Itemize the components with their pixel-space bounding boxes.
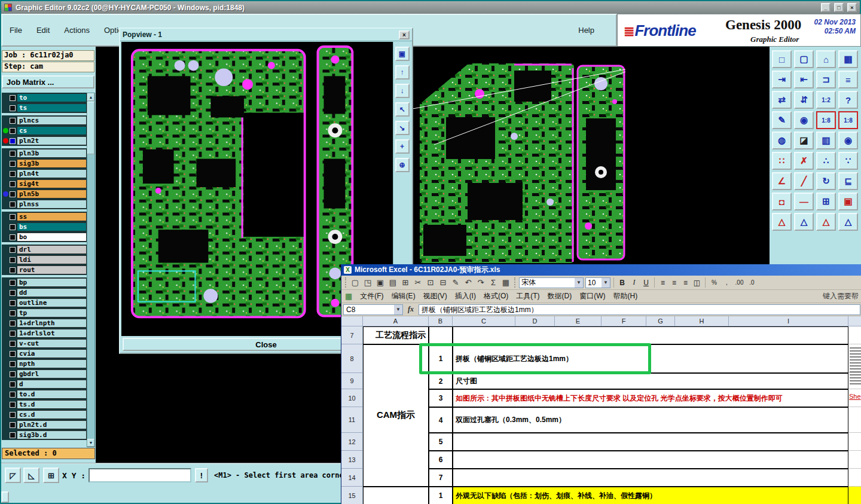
cell-a7[interactable]: 工艺流程指示	[363, 326, 429, 344]
column-header-partial[interactable]	[848, 316, 861, 326]
layer-name[interactable]: cvia	[17, 349, 87, 358]
tool-button-icon[interactable]: ?	[838, 91, 858, 109]
excel-grid[interactable]: A B C D E F G H I 7 工艺流程指示 8 1	[341, 316, 861, 504]
tool-button-icon[interactable]: ◪	[794, 132, 814, 149]
tool-button-icon[interactable]: 1:8	[816, 111, 836, 129]
column-header[interactable]: C	[453, 316, 515, 326]
row-header[interactable]: 11	[341, 407, 363, 433]
cell-c15[interactable]: 外观无以下缺陷（包括：划伤、划痕、补线、补油、假性露铜）	[453, 487, 848, 504]
popview-tool-icon[interactable]: ↑	[395, 65, 410, 80]
step-field[interactable]: Step: cam	[2, 62, 94, 72]
cell-b13[interactable]: 6	[429, 451, 453, 469]
tool-button-icon[interactable]: ⊞	[816, 193, 836, 210]
excel-toolbar-icon[interactable]: ▣	[375, 277, 386, 288]
layer-checkbox[interactable]	[10, 320, 16, 326]
layer-checkbox[interactable]	[10, 181, 16, 187]
excel-toolbar-icon[interactable]: ✎	[450, 277, 461, 288]
tool-button-icon[interactable]: 1:8	[838, 111, 858, 129]
layer-name[interactable]: pln3b	[17, 149, 87, 158]
excel-toolbar-icon[interactable]: ↷	[475, 277, 486, 288]
scrollbar-thumb[interactable]	[87, 102, 94, 154]
help-question-box[interactable]: 键入需要帮	[823, 291, 859, 301]
tool-button-icon[interactable]: ◘	[772, 193, 792, 210]
layer-name[interactable]: ss	[17, 212, 87, 221]
cell-j9[interactable]	[848, 373, 861, 389]
layer-checkbox[interactable]	[10, 422, 16, 428]
layer-checkbox[interactable]	[10, 201, 16, 207]
cell-a13[interactable]	[363, 451, 429, 469]
layer-row[interactable]: bp	[2, 277, 87, 288]
layer-name[interactable]: to.d	[17, 390, 87, 399]
layer-checkbox[interactable]	[10, 381, 16, 387]
excel-menu-insert[interactable]: 插入(I)	[455, 291, 476, 301]
cell-j11[interactable]	[848, 407, 861, 433]
row-header[interactable]: 12	[341, 433, 363, 451]
tool-button-icon[interactable]: ◉	[794, 111, 814, 129]
layer-row[interactable]: pln2t	[2, 136, 87, 146]
excel-toolbar-icon[interactable]: ▢	[350, 277, 361, 288]
cell-b10[interactable]: 3	[429, 389, 453, 407]
layer-row[interactable]: plnss	[2, 199, 87, 209]
cell-c8-selected[interactable]: 拼板（铺铜区域距工艺边板边1mm）	[453, 344, 848, 373]
layer-name[interactable]: ldi	[17, 255, 87, 264]
tool-button-icon[interactable]: ⊑	[838, 172, 858, 190]
excel-menu-format[interactable]: 格式(O)	[484, 291, 508, 301]
cell-c13[interactable]	[453, 451, 848, 469]
menu-help[interactable]: Help	[578, 26, 594, 35]
layer-checkbox[interactable]	[10, 392, 16, 398]
row-header[interactable]: 9	[341, 373, 363, 389]
number-format-icon[interactable]: .00	[734, 277, 745, 288]
underline-button[interactable]: U	[641, 277, 651, 288]
layer-row[interactable]: bo	[2, 232, 87, 242]
layer-checkbox[interactable]	[10, 290, 16, 296]
layer-checkbox[interactable]	[10, 341, 16, 347]
tool-button-icon[interactable]: ✎	[772, 111, 792, 129]
layer-checkbox[interactable]	[10, 257, 16, 263]
layer-row[interactable]: pln3b	[2, 148, 87, 158]
layer-name[interactable]: pln5b	[17, 190, 87, 198]
layer-row[interactable]: ts.d	[2, 399, 87, 410]
layer-name[interactable]: pln2t	[17, 136, 87, 145]
column-header[interactable]: H	[675, 316, 729, 326]
column-header[interactable]: E	[555, 316, 602, 326]
tool-button-icon[interactable]: ▣	[838, 193, 858, 210]
popview-tool-icon[interactable]: +	[395, 139, 410, 154]
cell-c9[interactable]: 尺寸图	[453, 373, 848, 389]
bold-button[interactable]: B	[617, 277, 627, 288]
layer-row[interactable]: pln2t.d	[2, 420, 87, 430]
scroll-down-icon[interactable]: ▼	[87, 439, 94, 447]
layer-checkbox[interactable]	[10, 247, 16, 253]
layer-row[interactable]: ldi	[2, 255, 87, 265]
excel-toolbar-icon[interactable]: ⊞	[400, 277, 411, 288]
excel-menu-window[interactable]: 窗口(W)	[579, 291, 605, 301]
layer-checkbox[interactable]	[10, 171, 16, 177]
formula-input[interactable]: 拼板（铺铜区域距工艺边板边1mm）	[419, 304, 860, 315]
layer-name[interactable]: sig3b.d	[17, 430, 87, 439]
excel-toolbar-icon[interactable]: ⊡	[425, 277, 436, 288]
excel-toolbar-icon[interactable]: ◳	[362, 277, 373, 288]
popview-tool-icon[interactable]: ▣	[395, 47, 410, 61]
layer-row[interactable]: rout	[2, 265, 87, 275]
tool-button-icon[interactable]: ―	[794, 193, 814, 210]
layer-checkbox[interactable]	[10, 310, 16, 316]
layer-row[interactable]: sig3b.d	[2, 430, 87, 440]
close-button[interactable]: ×	[847, 3, 857, 12]
tool-button-icon[interactable]: ⇵	[794, 91, 814, 109]
tool-button-icon[interactable]: ↻	[816, 172, 836, 190]
layer-checkbox[interactable]	[10, 224, 16, 230]
cell-c14[interactable]	[453, 469, 848, 487]
layer-row[interactable]: pln5b	[2, 189, 87, 199]
zoom-corner-a-icon[interactable]: ◸	[5, 468, 21, 483]
cell-b8[interactable]: 1	[429, 344, 453, 373]
layer-row[interactable]: d	[2, 379, 87, 389]
layer-name[interactable]: plnss	[17, 200, 87, 209]
layer-name[interactable]: sig4t	[17, 179, 87, 188]
tool-button-icon[interactable]: ◉	[838, 132, 858, 149]
tool-button-icon[interactable]: ✗	[794, 152, 814, 170]
excel-menu-view[interactable]: 视图(V)	[423, 291, 447, 301]
layer-name[interactable]: ts	[17, 103, 87, 112]
layer-name[interactable]: rout	[17, 265, 87, 274]
tool-button-icon[interactable]: △	[838, 213, 858, 231]
layer-checkbox[interactable]	[10, 267, 16, 273]
number-format-icon[interactable]: %	[709, 277, 720, 288]
